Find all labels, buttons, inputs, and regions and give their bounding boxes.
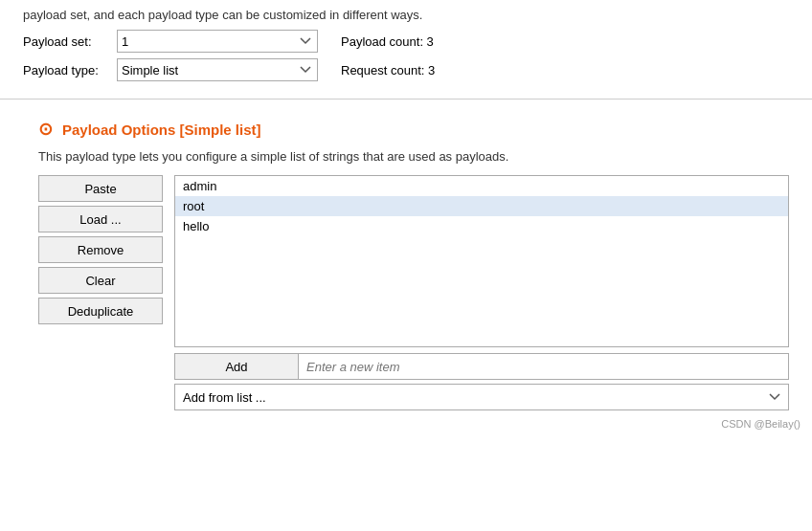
payload-set-select[interactable]: 1 [117, 30, 318, 53]
paste-button[interactable]: Paste [38, 175, 163, 202]
payload-listbox[interactable]: admin root hello ▶ [174, 175, 789, 347]
remove-button[interactable]: Remove [38, 236, 163, 263]
payload-set-label: Payload set: [23, 34, 109, 49]
section-title: Payload Options [Simple list] [62, 122, 261, 138]
watermark: CSDN @Beilay() [0, 410, 812, 433]
payload-type-select[interactable]: Simple list [117, 58, 318, 81]
payload-type-label: Payload type: [23, 63, 109, 77]
add-from-list-row: Add from list ... [174, 384, 789, 410]
deduplicate-button[interactable]: Deduplicate [38, 298, 163, 324]
request-count: Request count: 3 [341, 63, 435, 77]
list-item[interactable]: admin [175, 176, 788, 196]
list-item[interactable]: hello [175, 216, 788, 236]
payload-count: Payload count: 3 [341, 34, 434, 49]
add-row: Add [174, 353, 789, 380]
list-item[interactable]: root [175, 196, 788, 216]
add-button[interactable]: Add [174, 353, 299, 380]
add-item-input[interactable] [299, 353, 789, 380]
section-description: This payload type lets you configure a s… [0, 145, 812, 175]
section-icon: ⊙ [38, 119, 53, 140]
clear-button[interactable]: Clear [38, 267, 163, 294]
load-button[interactable]: Load ... [38, 206, 163, 232]
action-buttons: Paste Load ... Remove Clear Deduplicate [38, 175, 163, 410]
list-area: admin root hello ▶ Add Add from list ... [174, 175, 789, 410]
intro-text: payload set, and each payload type can b… [23, 8, 789, 22]
add-from-list-select[interactable]: Add from list ... [174, 384, 789, 410]
